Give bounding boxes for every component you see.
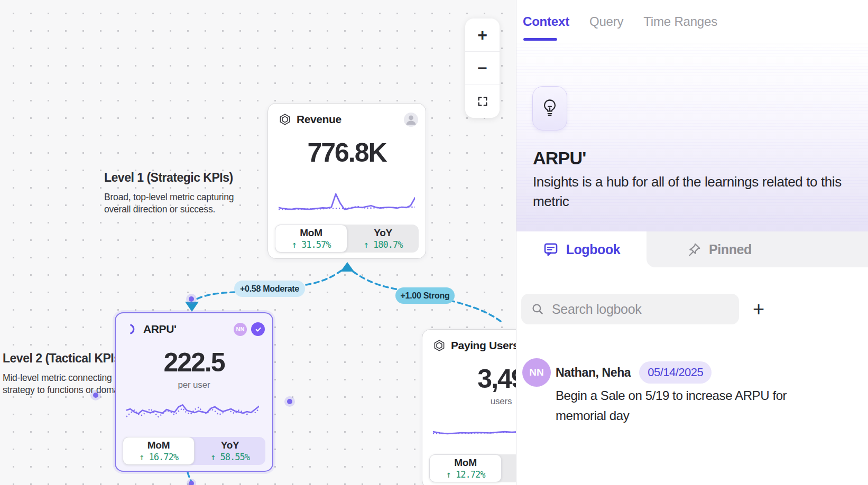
- metric-unit: per user: [116, 380, 272, 390]
- level-1-description: Broad, top-level metric capturing overal…: [104, 191, 257, 216]
- metric-context-hero: ARPU' Insights is a hub for all of the l…: [516, 43, 868, 231]
- yoy-toggle[interactable]: YoY ↑ 180.7%: [347, 225, 419, 253]
- lightbulb-icon: [541, 98, 559, 118]
- logbook-search[interactable]: [521, 294, 739, 324]
- verified-badge-icon: [251, 322, 265, 336]
- arrowhead-into-revenue: [340, 262, 354, 272]
- connection-handle[interactable]: [186, 294, 197, 304]
- card-title: ARPU': [143, 323, 177, 335]
- fit-view-button[interactable]: [465, 85, 500, 118]
- mom-toggle[interactable]: MoM ↑ 16.72%: [123, 437, 195, 465]
- logbook-label: Logbook: [566, 242, 621, 257]
- connection-handle[interactable]: [187, 479, 196, 485]
- tab-query[interactable]: Query: [589, 0, 623, 43]
- add-log-entry-button[interactable]: +: [745, 296, 772, 322]
- pinned-label: Pinned: [709, 242, 752, 257]
- metric-value: 776.8K: [268, 137, 426, 168]
- hexagon-icon: [279, 113, 291, 126]
- period-toggle-group: MoM ↑ 31.57% YoY ↑ 180.7%: [275, 225, 419, 253]
- canvas-zoom-controls: + −: [465, 18, 500, 118]
- search-icon: [531, 302, 544, 316]
- connection-handle[interactable]: [284, 396, 295, 407]
- tab-logbook[interactable]: Logbook: [516, 231, 647, 267]
- insights-panel: Context Query Time Ranges ARPU' Insights…: [516, 0, 868, 485]
- yoy-toggle[interactable]: YoY ↑ 58.55%: [195, 437, 265, 465]
- metric-tree-canvas[interactable]: Level 1 (Strategic KPIs) Broad, top-leve…: [0, 0, 516, 485]
- tab-time-ranges[interactable]: Time Ranges: [643, 0, 717, 43]
- correlation-label-moderate[interactable]: +0.58 Moderate: [234, 281, 305, 297]
- zoom-in-button[interactable]: +: [465, 18, 500, 51]
- metric-name-heading: ARPU': [533, 148, 586, 169]
- mom-toggle[interactable]: MoM ↑ 31.57%: [275, 225, 347, 253]
- insight-tile-button[interactable]: [532, 86, 567, 130]
- entry-date-badge[interactable]: 05/14/2025: [639, 361, 712, 384]
- edge-arpu-child: [188, 472, 191, 482]
- card-title: Revenue: [297, 113, 341, 126]
- collaborator-badge[interactable]: NN: [234, 323, 247, 336]
- metric-value: 222.5: [116, 347, 272, 378]
- sparkline-chart: [126, 397, 259, 426]
- tab-pinned[interactable]: Pinned: [647, 231, 868, 267]
- panel-tab-bar: Context Query Time Ranges: [516, 0, 868, 43]
- arrowhead-into-arpu: [185, 302, 199, 312]
- level-1-annotation: Level 1 (Strategic KPIs) Broad, top-leve…: [104, 171, 257, 216]
- logbook-icon: [543, 241, 559, 257]
- metric-card-arpu[interactable]: ARPU' NN 222.5 per user MoM ↑ 16.72%: [115, 312, 273, 472]
- logbook-pinned-tabs: Logbook Pinned: [516, 231, 868, 267]
- crescent-icon: [126, 323, 138, 335]
- correlation-label-strong[interactable]: +1.00 Strong: [395, 287, 455, 304]
- metric-card-revenue[interactable]: Revenue 776.8K MoM ↑ 31.57% YoY: [267, 103, 426, 259]
- entry-text: Begin a Sale on 5/19 to increase ARPU fo…: [556, 386, 788, 426]
- card-title: Paying Users': [451, 339, 521, 352]
- entry-author: Nathan, Neha: [556, 366, 631, 380]
- period-toggle-group: MoM ↑ 16.72% YoY ↑ 58.55%: [123, 437, 265, 465]
- logbook-search-row: +: [516, 294, 868, 325]
- search-input[interactable]: [552, 302, 739, 317]
- mom-toggle[interactable]: MoM ↑ 12.72%: [429, 454, 502, 482]
- zoom-out-button[interactable]: −: [465, 51, 500, 85]
- sparkline-chart: [279, 187, 415, 214]
- pushpin-icon: [687, 242, 701, 257]
- owner-avatar[interactable]: [404, 113, 418, 127]
- level-1-title: Level 1 (Strategic KPIs): [104, 171, 257, 185]
- metric-description: Insights is a hub for all of the learnin…: [533, 172, 850, 211]
- person-icon: [404, 113, 418, 127]
- tab-context[interactable]: Context: [523, 0, 569, 43]
- hexagon-icon: [433, 339, 446, 352]
- app: Level 1 (Strategic KPIs) Broad, top-leve…: [0, 0, 868, 485]
- entry-avatar: NN: [522, 358, 551, 387]
- fullscreen-icon: [477, 96, 488, 107]
